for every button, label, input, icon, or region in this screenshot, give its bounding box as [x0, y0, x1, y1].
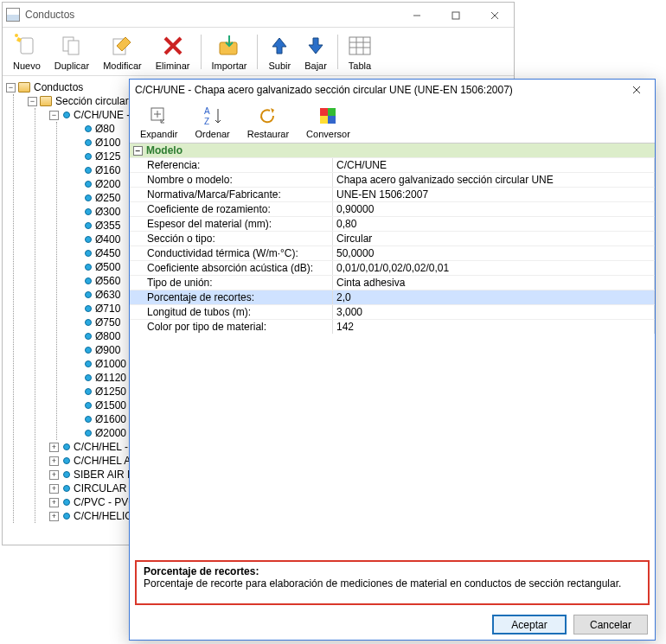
expand-icon[interactable]: +	[49, 484, 59, 494]
tree-size-label: Ø1600	[95, 413, 126, 425]
duplicar-button[interactable]: Duplicar	[48, 29, 96, 73]
svg-rect-12	[349, 37, 370, 54]
prop-key: Color por tipo de material:	[130, 320, 333, 334]
property-grid[interactable]: − Modelo Referencia:C/CH/UNENombre o mod…	[130, 143, 655, 548]
collapse-icon[interactable]: −	[133, 146, 143, 156]
prop-value[interactable]: 0,01/0,01/0,02/0,02/0,01	[333, 261, 655, 275]
prop-row-longitud[interactable]: Longitud de tubos (m):3,000	[130, 304, 655, 319]
restaurar-button[interactable]: Restaurar	[239, 102, 298, 141]
bullet-icon	[85, 319, 92, 326]
collapse-icon[interactable]: −	[6, 83, 16, 92]
bullet-icon	[85, 374, 92, 381]
prop-row-normativa[interactable]: Normativa/Marca/Fabricante:UNE-EN 1506:2…	[130, 187, 655, 201]
bullet-icon	[63, 499, 70, 506]
prop-key: Conductividad térmica (W/m·°C):	[130, 246, 333, 260]
prop-value[interactable]: 142	[333, 320, 655, 334]
minimize-button[interactable]	[397, 3, 436, 28]
expand-icon[interactable]: +	[49, 512, 59, 521]
nuevo-button[interactable]: Nuevo	[6, 29, 48, 73]
bullet-icon	[85, 333, 92, 340]
prop-value[interactable]: Circular	[333, 232, 655, 245]
bullet-icon	[85, 153, 92, 160]
tree-size-label: Ø2000	[95, 427, 126, 439]
prop-value[interactable]: UNE-EN 1506:2007	[333, 188, 655, 201]
sort-icon: AZ	[202, 104, 223, 128]
ordenar-button[interactable]: AZ Ordenar	[186, 102, 238, 141]
expandir-button[interactable]: Expandir	[131, 102, 186, 141]
prop-value[interactable]: 50,0000	[333, 246, 655, 260]
prop-value[interactable]: 0,80	[333, 217, 655, 231]
svg-rect-1	[452, 12, 459, 19]
bajar-button[interactable]: Bajar	[298, 29, 334, 73]
prop-row-coef_roz[interactable]: Coeficiente de rozamiento:0,90000	[130, 201, 655, 216]
prop-value[interactable]: Chapa acero galvanizado sección circular…	[333, 173, 655, 187]
close-button[interactable]	[624, 80, 650, 100]
prop-row-referencia[interactable]: Referencia:C/CH/UNE	[130, 157, 655, 172]
detail-title: C/CH/UNE - Chapa acero galvanizado secci…	[135, 84, 624, 96]
description-box: Porcentaje de recortes: Porcentaje de re…	[135, 560, 650, 605]
bullet-icon	[85, 291, 92, 298]
svg-rect-27	[328, 116, 336, 124]
group-header[interactable]: − Modelo	[130, 143, 655, 157]
prop-row-coef_abs[interactable]: Coeficiente absorción acústica (dB):0,01…	[130, 260, 655, 275]
svg-text:Z: Z	[204, 117, 209, 126]
conversor-button[interactable]: Conversor	[298, 102, 359, 141]
subir-button[interactable]: Subir	[261, 29, 298, 73]
prop-row-cond[interactable]: Conductividad térmica (W/m·°C):50,0000	[130, 245, 655, 260]
prop-value[interactable]: 0,90000	[333, 202, 655, 216]
detail-window: C/CH/UNE - Chapa acero galvanizado secci…	[129, 79, 656, 641]
tree-size-label: Ø80	[95, 123, 115, 135]
svg-point-5	[15, 34, 18, 37]
collapse-icon[interactable]: −	[28, 97, 37, 106]
prop-value[interactable]: Cinta adhesiva	[333, 276, 655, 290]
bullet-icon	[85, 181, 92, 188]
bullet-icon	[85, 305, 92, 312]
prop-row-union[interactable]: Tipo de unión:Cinta adhesiva	[130, 275, 655, 290]
prop-row-seccion[interactable]: Sección o tipo:Circular	[130, 231, 655, 245]
tabla-button[interactable]: Tabla	[342, 29, 378, 73]
modificar-button[interactable]: Modificar	[96, 29, 149, 73]
ok-button[interactable]: Aceptar	[492, 615, 567, 634]
bullet-icon	[85, 402, 92, 409]
app-icon	[6, 8, 20, 22]
bullet-icon	[85, 125, 92, 132]
prop-row-recortes[interactable]: Porcentaje de recortes:2,0	[130, 290, 655, 304]
bullet-icon	[85, 236, 92, 243]
prop-value[interactable]: 3,000	[333, 305, 655, 319]
tree-size-label: Ø160	[95, 164, 120, 176]
importar-button[interactable]: Importar	[205, 29, 254, 73]
prop-value[interactable]: 2,0	[333, 290, 655, 304]
tree-size-label: Ø560	[95, 275, 120, 287]
expand-icon[interactable]: +	[49, 470, 59, 480]
collapse-icon[interactable]: −	[49, 111, 59, 120]
cancel-button[interactable]: Cancelar	[573, 615, 648, 634]
undo-icon	[258, 104, 279, 128]
tree-sibling-label: C/PVC - PVC	[74, 496, 136, 508]
bullet-icon	[85, 388, 92, 395]
prop-row-espesor[interactable]: Espesor del material (mm):0,80	[130, 216, 655, 231]
tree-size-label: Ø750	[95, 316, 120, 328]
close-button[interactable]	[475, 3, 514, 28]
bullet-icon	[85, 222, 92, 229]
table-icon	[349, 32, 371, 60]
tree-branch-label: Sección circular	[55, 95, 129, 107]
bullet-icon	[63, 513, 70, 520]
tree-size-label: Ø200	[95, 178, 120, 190]
tree-size-label: Ø400	[95, 233, 120, 245]
bullet-icon	[63, 485, 70, 492]
prop-row-color[interactable]: Color por tipo de material:142	[130, 319, 655, 334]
tree-sibling-label: C/CH/HEL A	[74, 455, 131, 467]
prop-row-nombre[interactable]: Nombre o modelo:Chapa acero galvanizado …	[130, 172, 655, 187]
bullet-icon	[85, 194, 92, 201]
tree-sibling-label: C/CH/HEL -	[74, 441, 128, 453]
importar-label: Importar	[212, 61, 247, 71]
expand-icon[interactable]: +	[49, 443, 59, 452]
svg-rect-4	[21, 38, 33, 54]
eliminar-button[interactable]: Eliminar	[149, 29, 197, 73]
expand-icon[interactable]: +	[49, 498, 59, 507]
tree-size-label: Ø355	[95, 220, 120, 232]
maximize-button[interactable]	[436, 3, 475, 28]
expand-icon[interactable]: +	[49, 456, 59, 466]
prop-value[interactable]: C/CH/UNE	[333, 158, 655, 172]
converter-icon	[317, 104, 338, 128]
